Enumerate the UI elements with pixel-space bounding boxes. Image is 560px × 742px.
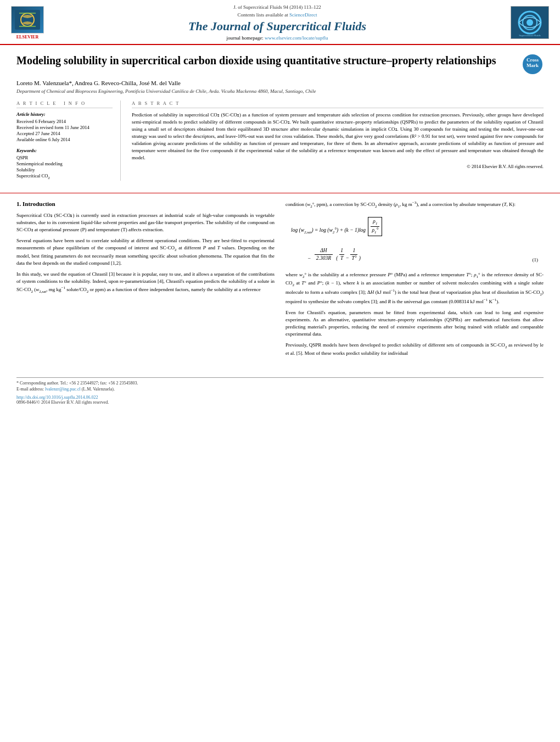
eq-line-2: − ΔH 2.303R ( 1 T <box>291 238 527 263</box>
keyword-qspr: QSPR <box>16 155 113 160</box>
eq-content: log (w2,sat) = log (w2°) + (k − 1)log ρ1… <box>291 217 527 264</box>
article-history-label: Article history: <box>16 111 113 117</box>
right-para2: where w2° is the solubility at a referen… <box>285 271 544 305</box>
homepage-line: journal homepage: www.elsevier.com/locat… <box>55 35 500 41</box>
authors: Loreto M. Valenzuela*, Andrea G. Reveco-… <box>16 80 544 86</box>
sciencedirect-link[interactable]: ScienceDirect <box>289 12 317 18</box>
journal-title: The Journal of Supercritical Fluids <box>55 19 500 34</box>
right-para3: Even for Chrastil's equation, parameters… <box>285 309 544 338</box>
svg-text:Cross: Cross <box>527 57 539 63</box>
body-col-left: 1. Introduction Supercritical CO₂ (SC-CO… <box>16 200 275 361</box>
article-area: Modeling solubility in supercritical car… <box>0 45 560 186</box>
email-link[interactable]: lvalenzr@ing.puc.cl <box>45 387 81 392</box>
abstract-col: A B S T R A C T Prediction of solubility… <box>132 101 544 181</box>
homepage-url[interactable]: www.elsevier.com/locate/supflu <box>265 35 328 41</box>
intro-para3: In this study, we used the equation of C… <box>16 271 275 294</box>
abstract-text: Prediction of solubility in supercritica… <box>132 111 544 161</box>
accepted-date: Accepted 27 June 2014 <box>16 131 113 136</box>
crossmark-icon: Cross Mark <box>522 53 544 75</box>
article-info-abstract: A R T I C L E I N F O Article history: R… <box>16 101 544 181</box>
article-title: Modeling solubility in supercritical car… <box>16 53 513 68</box>
affiliation: Department of Chemical and Bioprocess En… <box>16 88 544 94</box>
article-info-label: A R T I C L E I N F O <box>16 101 113 108</box>
journal-ref: J. of Supercritical Fluids 94 (2014) 113… <box>55 4 500 10</box>
received-date: Received 6 February 2014 <box>16 119 113 124</box>
eq-line-1: log (w2,sat) = log (w2°) + (k − 1)log ρ1… <box>291 217 527 236</box>
svg-text:Supercritical Fluids: Supercritical Fluids <box>519 34 540 37</box>
footer-bottom: http://dx.doi.org/10.1016/j.supflu.2014.… <box>0 393 560 407</box>
eq-row-1: log (w2,sat) = log (w2°) + (k − 1)log ρ1… <box>291 217 538 264</box>
journal-logo: Supercritical Fluids <box>511 6 549 39</box>
footer-doi[interactable]: http://dx.doi.org/10.1016/j.supflu.2014.… <box>16 395 544 400</box>
intro-title: 1. Introduction <box>16 200 275 209</box>
right-para4: Previously, QSPR models have been develo… <box>285 342 544 357</box>
intro-para2: Several equations have been used to corr… <box>16 237 275 267</box>
keyword-semiempirical: Semiempirical modeling <box>16 161 113 166</box>
body-col-right: condition (w2°, ppm), a correction by SC… <box>285 200 544 361</box>
keywords-label: Keywords: <box>16 148 113 153</box>
copyright: © 2014 Elsevier B.V. All rights reserved… <box>132 164 544 169</box>
article-info-col: A R T I C L E I N F O Article history: R… <box>16 101 121 181</box>
elsevier-logo-image <box>11 6 44 34</box>
eq-number: (1) <box>533 256 539 264</box>
journal-header: ELSEVIER J. of Supercritical Fluids 94 (… <box>0 0 560 45</box>
svg-point-7 <box>527 19 533 26</box>
available-date: Available online 6 July 2014 <box>16 137 113 142</box>
footer-issn: 0896-8446/© 2014 Elsevier B.V. All right… <box>16 400 544 405</box>
title-row: Modeling solubility in supercritical car… <box>16 53 544 75</box>
footnote-email: E-mail address: lvalenzr@ing.puc.cl (L.M… <box>16 387 544 392</box>
elsevier-logo: ELSEVIER <box>11 6 44 40</box>
footnote-area: * Corresponding author. Tel.: +56 2 2354… <box>16 377 544 392</box>
body-two-col: 1. Introduction Supercritical CO₂ (SC-CO… <box>16 200 544 361</box>
body-area: 1. Introduction Supercritical CO₂ (SC-CO… <box>0 200 560 372</box>
contents-line: Contents lists available at ScienceDirec… <box>55 12 500 18</box>
svg-text:Mark: Mark <box>527 63 539 68</box>
equation-1: log (w2,sat) = log (w2°) + (k − 1)log ρ1… <box>285 214 544 267</box>
page: ELSEVIER J. of Supercritical Fluids 94 (… <box>0 0 560 742</box>
abstract-label: A B S T R A C T <box>132 101 544 108</box>
footnote-corresponding: * Corresponding author. Tel.: +56 2 2354… <box>16 381 544 386</box>
revised-date: Received in revised form 11 June 2014 <box>16 125 113 130</box>
section-divider <box>0 193 560 193</box>
keyword-solubility: Solubility <box>16 167 113 172</box>
elsevier-label: ELSEVIER <box>16 35 38 40</box>
contents-text: Contents lists available at <box>238 12 288 18</box>
intro-para1: Supercritical CO₂ (SC-CO₂) is currently … <box>16 212 275 233</box>
right-para1: condition (w2°, ppm), a correction by SC… <box>285 200 544 209</box>
keyword-supercritical: Supercritical CO2 <box>16 173 113 180</box>
homepage-label: journal homepage: <box>227 35 264 41</box>
header-center: J. of Supercritical Fluids 94 (2014) 113… <box>44 4 511 41</box>
